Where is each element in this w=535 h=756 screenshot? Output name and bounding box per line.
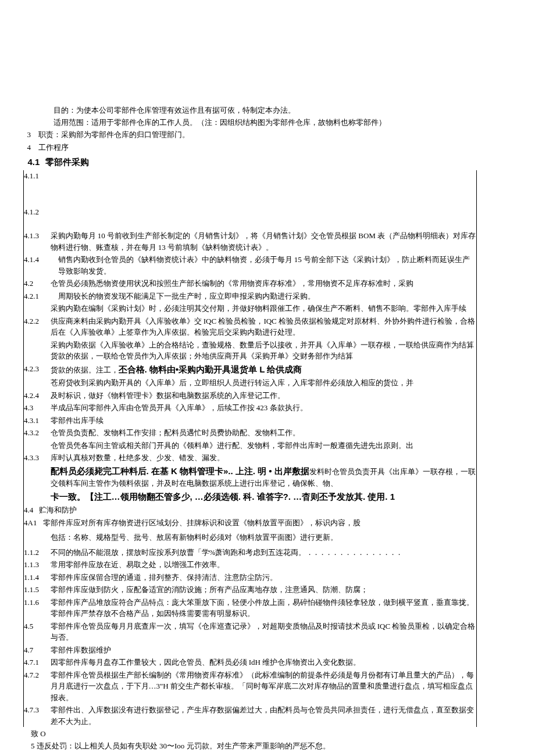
text-424: 及时标识，做好《物料管理卡》数据和电脑数据系统的入库登记工作。 bbox=[51, 390, 477, 402]
text-47: 零部件库数据维护 bbox=[51, 644, 477, 656]
text-433bc: 配料员必须毙完工种料后. 在基 K 物料管理卡».. 上注. 明 • 出岸敷据发… bbox=[51, 465, 477, 489]
item-115: 1.1.5 零部件库应做到防火，应配备适宜的消防设施；所有产品应离地存放，注意通… bbox=[24, 584, 476, 596]
text-413: 采购内勤每月 10 号前收到生产部长制定的《月销售计划》，将《月销售计划》交仓管… bbox=[51, 230, 477, 253]
text-114: 零部件库应保留合理的通道，排列整齐、保持清洁、注意防尘防污。 bbox=[51, 572, 477, 583]
text-473: 零部件出、入库数据没有进行数据登记，产生库存数据偏差过大，由配料员与仓管员共同承… bbox=[51, 704, 477, 727]
item-422b: 采购内勤依据《入库验收单》上的合格结论，查验规格、数量后予以接收，并开具《入库单… bbox=[24, 339, 476, 362]
item-472: 4.7.2 零部件库仓管员根据生产部长编制的《常用物资库存标准》（此标准编制的前… bbox=[24, 669, 476, 704]
text-115: 零部件库应做到防火，应配备适宜的消防设施；所有产品应离地存放，注意通风、防潮、防… bbox=[51, 584, 477, 596]
item-43: 4.3 半成品车间零部件入库由仓管员开具《入库单》，后续工作按 423 条款执行… bbox=[24, 402, 476, 414]
item-432b: 仓管员凭各车间主管或相关部门开具的《领料单》进行配、发物料，零部件出库时一般遵循… bbox=[24, 440, 476, 452]
text-116: 零部件库产品堆放应符合产品特点：庞大笨重放下面，轻便小件放上面，易碎怕碰物件须轻… bbox=[51, 597, 477, 619]
num-43: 4.3 bbox=[24, 402, 51, 414]
num-471: 4.7.1 bbox=[24, 657, 51, 668]
item-422: 4.2.2 供应商来料由采购内勤开具《入库验收单》交 IQC 检验员检验，IQC… bbox=[24, 316, 476, 338]
text-45: 零部件库仓管员应每月月底查库一次，填写《仓库巡查记录》，对超期变质物品及时报请技… bbox=[51, 621, 477, 643]
text-422b: 采购内勤依据《入库验收单》上的合格结论，查验规格、数量后予以接收，并开具《入库单… bbox=[51, 339, 477, 362]
text-42: 仓管员必须熟悉物资使用状况和按照生产部长编制的《常用物资库存标准》，常用物资不足… bbox=[51, 278, 477, 289]
num-424: 4.2.4 bbox=[24, 390, 51, 402]
item-432: 4.3.2 仓管员负责配、发物料工作安排；配料员遇忙时员费协助配、发物料工作。 bbox=[24, 427, 476, 439]
num-112: 1.1.2 bbox=[24, 547, 51, 558]
text-423p: 货款的依据。注工， bbox=[51, 366, 119, 374]
num-433: 4.3.3 bbox=[24, 452, 51, 464]
purpose-line: 目的：为使本公司零部件仓库管理有效运作且有据可依，特制定本办法。 bbox=[23, 105, 512, 117]
item-113: 1.1.3 常用零部件应放在近、易取之处，以增强工作效率。 bbox=[24, 559, 476, 571]
item-411: 4.1.1 bbox=[24, 170, 476, 182]
item-431: 4.3.1 零部件出库手续 bbox=[24, 415, 476, 427]
section-4: 4 工作程序 bbox=[23, 142, 512, 154]
section-5: 5 违反处罚：以上相关人员如有失职处 30〜Ioo 元罚款。对生产带来严重影响的… bbox=[23, 740, 512, 753]
text-4: 工作程序 bbox=[38, 142, 512, 154]
text-421a: 周期较长的物资发现不能满足下一批生产时，应立即申报采购内勤进行采购。 bbox=[51, 291, 477, 302]
item-116: 1.1.6 零部件库产品堆放应符合产品特点：庞大笨重放下面，轻便小件放上面，易碎… bbox=[24, 597, 476, 619]
text-414: 销售内勤收到仓管员的《缺料物资统计表》中的缺料物资，必须于每月 15 号前全部下… bbox=[51, 254, 477, 277]
item-413: 4.1.3 采购内勤每月 10 号前收到生产部长制定的《月销售计划》，将《月销售… bbox=[24, 230, 476, 253]
text-433d: 卡一致。【注工…领用物翻丕管多少, …必须选领. 科. 谁答字?. …杳则丕予发… bbox=[51, 490, 477, 504]
item-47: 4.7 零部件库数据维护 bbox=[24, 644, 476, 656]
item-4a1: 4A1 零部件库应对所有库存物资进行区域划分、挂牌标识和设置《物料放置平面图》，… bbox=[24, 517, 476, 529]
num-421: 4.2.1 bbox=[24, 291, 51, 302]
text-3: 职责：采购部为零部件仓库的归口管理部门。 bbox=[38, 129, 512, 141]
item-112: 1.1.2 不同的物品不能混放，摆放时应按系列放曹「学%萧询跑和考虑到五连花両。 bbox=[24, 547, 476, 558]
text-43: 半成品车间零部件入库由仓管员开具《入库单》，后续工作按 423 条款执行。 bbox=[51, 402, 477, 414]
text-421b: 采购内勤在编制《采购计划》时，必须注明其交付期，并做好物料跟催工作，确保生产不断… bbox=[51, 303, 477, 314]
num-116: 1.1.6 bbox=[24, 597, 51, 608]
num-423: 4.2.3 bbox=[24, 363, 51, 375]
text-432b: 仓管员凭各车间主管或相关部门开具的《领料单》进行配、发物料，零部件出库时一般遵循… bbox=[51, 440, 477, 452]
num-414: 4.1.4 bbox=[24, 254, 51, 266]
item-114: 1.1.4 零部件库应保留合理的通道，排列整齐、保持清洁、注意防尘防污。 bbox=[24, 572, 476, 583]
item-414: 4.1.4 销售内勤收到仓管员的《缺料物资统计表》中的缺料物资，必须于每月 15… bbox=[24, 254, 476, 277]
num-413: 4.1.3 bbox=[24, 230, 51, 242]
num-113: 1.1.3 bbox=[24, 559, 51, 571]
text-4a1b: 包括：名称、规格型号、批号、敖居有新物料时必须对《物料放置平面图》进行更新。 bbox=[51, 532, 477, 543]
text-4-1: 零部件采购 bbox=[45, 155, 512, 169]
item-45: 4.5 零部件库仓管员应每月月底查库一次，填写《仓库巡查记录》，对超期变质物品及… bbox=[24, 621, 476, 643]
text-113: 常用零部件应放在近、易取之处，以增强工作效率。 bbox=[51, 559, 477, 571]
text-4a1a: 零部件库应对所有库存物资进行区域划分、挂牌标识和设置《物料放置平面图》，标识内容… bbox=[43, 517, 477, 529]
num-4-1: 4.1 bbox=[23, 155, 45, 169]
text-472: 零部件库仓管员根据生产部长编制的《常用物资库存标准》（此标准编制的前提条件必须是… bbox=[51, 669, 477, 704]
text-432a: 仓管员负责配、发物料工作安排；配料员遇忙时员费协助配、发物料工作。 bbox=[51, 427, 477, 439]
num-422: 4.2.2 bbox=[24, 316, 51, 327]
num-3: 3 bbox=[23, 129, 38, 141]
section-4-1: 4.1 零部件采购 bbox=[23, 155, 512, 169]
item-421b: 采购内勤在编制《采购计划》时，必须注明其交付期，并做好物料跟催工作，确保生产不断… bbox=[24, 303, 476, 314]
num-4a1: 4A1 bbox=[24, 517, 43, 529]
item-421: 4.2.1 周期较长的物资发现不能满足下一批生产时，应立即申报采购内勤进行采购。 bbox=[24, 291, 476, 302]
item-42: 4.2 仓管员必须熟悉物资使用状况和按照生产部长编制的《常用物资库存标准》，常用… bbox=[24, 278, 476, 289]
num-114: 1.1.4 bbox=[24, 572, 51, 583]
item-473: 4.7.3 零部件出、入库数据没有进行数据登记，产生库存数据偏差过大，由配料员与… bbox=[24, 704, 476, 727]
text-433b: 配料员必须毙完工种料后. 在基 K 物料管理卡».. 上注. 明 • 出岸敷据 bbox=[51, 466, 309, 476]
item-424: 4.2.4 及时标识，做好《物料管理卡》数据和电脑数据系统的入库登记工作。 bbox=[24, 390, 476, 402]
item-44: 4.4 贮海和防护 bbox=[24, 504, 476, 516]
item-423c: 苍府贷收到采购内勤开具的《入库单》后，立即组织人员进行转运入库，入库零部件必须放… bbox=[24, 377, 476, 389]
text-423b: 丕合格. 物料由•采购内勤开具退货单 L 给供成商 bbox=[119, 364, 302, 374]
num-42: 4.2 bbox=[24, 278, 51, 289]
num-431: 4.3.1 bbox=[24, 415, 51, 427]
text-471: 因零部件库每月盘存工作量较大，因此仓管员、配料员必须 IdH 维护仓库物资出入变… bbox=[51, 657, 477, 668]
num-47: 4.7 bbox=[24, 644, 51, 656]
text-112: 不同的物品不能混放，摆放时应按系列放曹「学%萧询跑和考虑到五连花両。 bbox=[51, 547, 477, 558]
text-44: 贮海和防护 bbox=[39, 504, 476, 516]
num-412: 4.1.2 bbox=[24, 206, 51, 218]
dots-icon bbox=[306, 548, 402, 557]
item-412: 4.1.2 bbox=[24, 206, 476, 218]
num-45: 4.5 bbox=[24, 621, 51, 632]
item-4a1b: 包括：名称、规格型号、批号、敖居有新物料时必须对《物料放置平面图》进行更新。 bbox=[24, 532, 476, 543]
bordered-content: 4.1.1 4.1.2 4.1.3 采购内勤每月 10 号前收到生产部长制定的《… bbox=[23, 170, 477, 727]
item-471: 4.7.1 因零部件库每月盘存工作量较大，因此仓管员、配料员必须 IdH 维护仓… bbox=[24, 657, 476, 668]
item-433b: 配料员必须毙完工种料后. 在基 K 物料管理卡».. 上注. 明 • 出岸敷据发… bbox=[24, 465, 476, 489]
text-423: 货款的依据。注工，丕合格. 物料由•采购内勤开具退货单 L 给供成商 bbox=[51, 363, 477, 377]
num-411: 4.1.1 bbox=[24, 170, 51, 182]
scope-line: 适用范围：适用于零部件仓库的工作人员。（注：因组织结构图为零部件仓库，故物料也称… bbox=[23, 117, 512, 129]
text-422a: 供应商来料由采购内勤开具《入库验收单》交 IQC 检验员检验，IQC 检验员依据… bbox=[51, 316, 477, 338]
num-432: 4.3.2 bbox=[24, 427, 51, 439]
text-423c: 苍府贷收到采购内勤开具的《入库单》后，立即组织人员进行转运入库，入库零部件必须放… bbox=[51, 377, 477, 389]
item-423: 4.2.3 货款的依据。注工，丕合格. 物料由•采购内勤开具退货单 L 给供成商 bbox=[24, 363, 476, 377]
num-44: 4.4 bbox=[24, 504, 39, 516]
num-4: 4 bbox=[23, 142, 38, 154]
item-433: 4.3.3 库时认真核对数量，杜绝多发、少发、错发、漏发。 bbox=[24, 452, 476, 464]
num-472: 4.7.2 bbox=[24, 669, 51, 681]
text-431: 零部件出库手续 bbox=[51, 415, 477, 427]
num-473: 4.7.3 bbox=[24, 704, 51, 716]
